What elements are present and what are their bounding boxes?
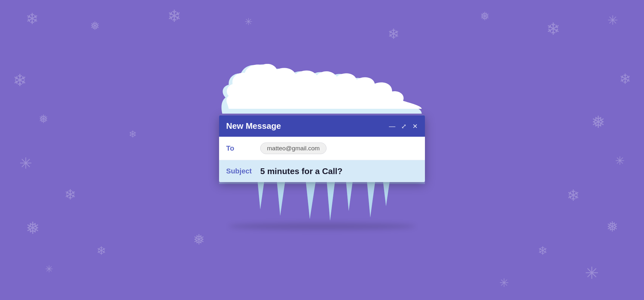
dialog-shadow: [229, 223, 415, 230]
svg-marker-3: [277, 182, 285, 216]
snowflake-21: ❄: [538, 244, 547, 258]
snowflake-14: ❄: [97, 244, 106, 258]
maximize-button[interactable]: ⤢: [401, 123, 407, 129]
svg-marker-9: [346, 182, 353, 211]
snowflake-11: ✳: [19, 154, 32, 172]
snowflake-3: ❄: [167, 6, 181, 26]
cloud-decoration: [216, 64, 428, 115]
snowflake-10: ❅: [39, 112, 48, 126]
main-content: New Message — ⤢ ✕ To matteo@gmail.com Su…: [216, 64, 428, 230]
subject-label: Subject: [226, 167, 255, 175]
snowflake-19: ❄: [567, 186, 580, 204]
snowflake-7: ❄: [546, 19, 560, 39]
svg-marker-1: [258, 182, 264, 209]
to-label: To: [226, 144, 255, 153]
snowflake-20: ❅: [606, 218, 618, 235]
to-row: To matteo@gmail.com: [219, 137, 425, 160]
snowflake-12: ❄: [64, 186, 76, 203]
subject-row: Subject 5 minutes for a Call?: [219, 160, 425, 182]
snowflake-24: ❅: [193, 231, 205, 248]
snowflake-13: ❅: [26, 218, 40, 238]
icicles-decoration: [219, 182, 425, 221]
snowflake-18: ✳: [615, 154, 625, 168]
snowflake-1: ❄: [26, 10, 39, 28]
dialog-controls: — ⤢ ✕: [389, 123, 418, 129]
subject-value[interactable]: 5 minutes for a Call?: [260, 166, 343, 176]
snowflake-4: ✳: [244, 16, 253, 27]
snowflake-9: ❄: [13, 71, 27, 90]
snowflake-2: ❅: [90, 19, 100, 33]
svg-marker-13: [383, 182, 390, 206]
snowflake-22: ✳: [585, 263, 599, 283]
close-button[interactable]: ✕: [412, 123, 418, 129]
svg-rect-14: [219, 182, 425, 184]
dialog-title: New Message: [226, 121, 281, 131]
snowflake-23: ❄: [129, 128, 137, 140]
svg-marker-11: [367, 182, 375, 217]
snowflake-15: ✳: [45, 263, 53, 275]
snowflake-5: ❄: [388, 26, 400, 42]
svg-marker-5: [306, 182, 316, 219]
snowflake-6: ❅: [480, 10, 490, 23]
dialog-header: New Message — ⤢ ✕: [219, 115, 425, 137]
snowflake-25: ✳: [499, 276, 509, 290]
snowflake-8: ✳: [607, 13, 618, 28]
to-email-chip[interactable]: matteo@gmail.com: [260, 143, 327, 154]
snowflake-17: ❅: [591, 112, 605, 132]
email-dialog: New Message — ⤢ ✕ To matteo@gmail.com Su…: [219, 115, 425, 182]
minimize-button[interactable]: —: [389, 123, 395, 129]
snowflake-16: ❄: [619, 71, 631, 87]
svg-marker-7: [327, 182, 335, 221]
